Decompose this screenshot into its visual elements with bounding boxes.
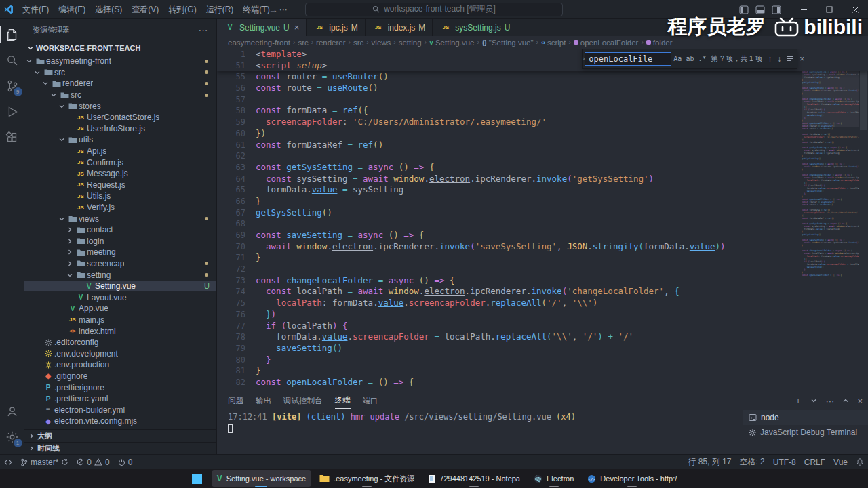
breadcrumb-item-script[interactable]: ‹›script — [541, 39, 566, 47]
customize-layout-icon[interactable] — [772, 5, 781, 14]
timeline-section[interactable]: 时间线 — [24, 442, 216, 454]
find-close-icon[interactable]: × — [797, 54, 807, 64]
start-button[interactable] — [186, 470, 209, 487]
panel-tab-调试控制台[interactable]: 调试控制台 — [283, 392, 323, 409]
tree-row-App.vue[interactable]: VApp.vue — [24, 303, 216, 314]
sync-icon[interactable] — [61, 458, 68, 466]
language-mode[interactable]: Vue — [829, 455, 852, 469]
tree-row-meeting[interactable]: meeting — [24, 247, 216, 258]
new-terminal-icon[interactable]: ＋ — [793, 394, 802, 407]
find-in-selection-icon[interactable] — [784, 55, 797, 62]
regex-icon[interactable]: .* — [696, 55, 708, 62]
toggle-sidebar-icon[interactable] — [739, 5, 749, 14]
tree-row-src[interactable]: src — [24, 67, 216, 79]
minimap[interactable]: const router = useRouter()const route = … — [802, 49, 859, 392]
tab-index.js[interactable]: JSindex.jsM — [366, 19, 433, 36]
chevron-down-icon[interactable] — [57, 216, 66, 222]
tree-row-main.js[interactable]: JSmain.js — [24, 314, 216, 326]
tree-row-.env.development[interactable]: .env.development — [24, 348, 216, 359]
breadcrumb-item-renderer[interactable]: renderer — [316, 39, 345, 47]
tree-row-electron-builder.yml[interactable]: ≡electron-builder.yml — [24, 404, 216, 415]
settings-gear-icon[interactable]: 1 — [0, 424, 24, 450]
tree-row-Api.js[interactable]: JSApi.js — [24, 146, 216, 157]
find-next-icon[interactable]: ↓ — [774, 54, 784, 64]
menu-item-F[interactable]: 文件(F) — [18, 0, 54, 19]
breadcrumb-item-setting[interactable]: setting — [399, 39, 422, 47]
command-center-search[interactable]: workspace-front-teach [管理员] — [305, 3, 563, 16]
tab-Setting.vue[interactable]: VSetting.vueU× — [217, 19, 307, 36]
tree-row-renderer[interactable]: renderer — [24, 78, 216, 89]
breadcrumb-item-Settingvue[interactable]: {}"Setting.vue" — [482, 39, 534, 47]
run-debug-icon[interactable] — [0, 99, 24, 125]
tree-row-.editorconfig[interactable]: .editorconfig — [24, 337, 216, 348]
breadcrumb-item-views[interactable]: views — [372, 39, 391, 47]
close-button[interactable] — [842, 0, 868, 19]
tree-row-.prettierignore[interactable]: P.prettierignore — [24, 382, 216, 393]
terminal-dropdown-icon[interactable] — [810, 397, 817, 404]
search-sidebar-icon[interactable] — [0, 47, 24, 73]
panel-tab-终端[interactable]: 终端 — [335, 392, 351, 409]
panel-close-icon[interactable]: × — [857, 396, 863, 406]
taskbar-item-Electron[interactable]: Electron — [528, 470, 579, 487]
menu-item-G[interactable]: 转到(G) — [163, 0, 201, 19]
remote-indicator[interactable] — [0, 455, 16, 469]
taskbar-item-729448142519Notepa[interactable]: 729448142519 - Notepa — [422, 470, 526, 487]
tree-row-eslint.config.mjs[interactable]: ESeslint.config.mjs — [24, 427, 216, 429]
tree-row-Confirm.js[interactable]: JSConfirm.js — [24, 157, 216, 168]
match-case-icon[interactable]: Aa — [671, 55, 684, 62]
tree-row-setting[interactable]: setting — [24, 269, 216, 281]
breadcrumb-item-openLocalFolder[interactable]: openLocalFolder — [574, 39, 639, 47]
tree-row-Setting.vue[interactable]: VSetting.vueU — [24, 281, 216, 292]
terminal-entry-JavaScript Debug Terminal[interactable]: JavaScript Debug Terminal — [743, 425, 868, 440]
extensions-icon[interactable] — [0, 125, 24, 150]
chevron-right-icon[interactable] — [65, 260, 75, 267]
code-editor[interactable]: 1<template>51<script setup> 55const rout… — [217, 49, 868, 392]
tree-row-.env.production[interactable]: .env.production — [24, 359, 216, 371]
tree-row-.prettierrc.yaml[interactable]: P.prettierrc.yaml — [24, 393, 216, 405]
terminal[interactable]: 17:12:41 [vite] (client) hmr update /src… — [217, 409, 743, 454]
taskbar-item-Settingvueworkspace[interactable]: VSetting.vue - workspace — [212, 470, 311, 487]
status-extra-indicator[interactable]: 0 — [114, 455, 137, 469]
tree-row-UserInfoStore.js[interactable]: JSUserInfoStore.js — [24, 123, 216, 135]
source-control-icon[interactable]: 9 — [0, 73, 24, 99]
tree-row-index.html[interactable]: <>index.html — [24, 325, 216, 337]
breadcrumb-item-folder[interactable]: folder — [646, 39, 673, 47]
tree-row-Message.js[interactable]: JSMessage.js — [24, 168, 216, 180]
workspace-section[interactable]: WORKSPACE-FRONT-TEACH — [24, 41, 216, 56]
chevron-down-icon[interactable] — [41, 80, 50, 87]
chevron-down-icon[interactable] — [33, 69, 42, 76]
tab-close-icon[interactable]: × — [294, 22, 300, 33]
chevron-down-icon[interactable] — [57, 136, 66, 143]
tab-ipc.js[interactable]: JSipc.jsM — [307, 19, 365, 36]
find-input[interactable] — [585, 52, 671, 66]
account-icon[interactable] — [0, 399, 24, 424]
taskbar-item-DeveloperToolshttp[interactable]: </>Developer Tools - http:/ — [582, 470, 682, 487]
panel-tab-输出[interactable]: 输出 — [256, 392, 271, 409]
chevron-right-icon[interactable] — [65, 249, 75, 256]
tree-row-login[interactable]: login — [24, 236, 216, 247]
breadcrumb-item-src[interactable]: src — [298, 39, 308, 47]
menu-item-R[interactable]: 运行(R) — [201, 0, 239, 19]
menu-item-E[interactable]: 编辑(E) — [54, 0, 90, 19]
taskbar-item-easymeeting[interactable]: .easymeeting - 文件资源 — [314, 470, 420, 487]
breadcrumb-item-src[interactable]: src — [353, 39, 363, 47]
editor-scrollbar[interactable] — [859, 49, 868, 392]
indentation[interactable]: 空格: 2 — [735, 455, 768, 469]
outline-section[interactable]: 大纲 — [24, 430, 216, 442]
find-prev-icon[interactable]: ↑ — [765, 54, 774, 64]
maximize-button[interactable] — [816, 0, 842, 19]
panel-more-icon[interactable]: ··· — [825, 396, 834, 406]
forward-icon[interactable]: → — [269, 4, 278, 15]
tree-row-contact[interactable]: contact — [24, 224, 216, 236]
tree-row-stores[interactable]: stores — [24, 100, 216, 112]
chevron-down-icon[interactable] — [57, 103, 66, 110]
toggle-panel-icon[interactable] — [755, 5, 765, 14]
chevron-right-icon[interactable] — [65, 238, 75, 245]
chevron-down-icon[interactable] — [65, 272, 75, 279]
breadcrumb-item-easymeetingfront[interactable]: easymeeting-front — [228, 39, 290, 47]
menu-item-V[interactable]: 查看(V) — [127, 0, 163, 19]
problems-indicator[interactable]: 0 0 — [73, 455, 113, 469]
breadcrumb-item-Settingvue[interactable]: VSetting.vue — [429, 39, 475, 47]
panel-tab-问题[interactable]: 问题 — [228, 392, 243, 409]
tree-row-Request.js[interactable]: JSRequest.js — [24, 180, 216, 191]
